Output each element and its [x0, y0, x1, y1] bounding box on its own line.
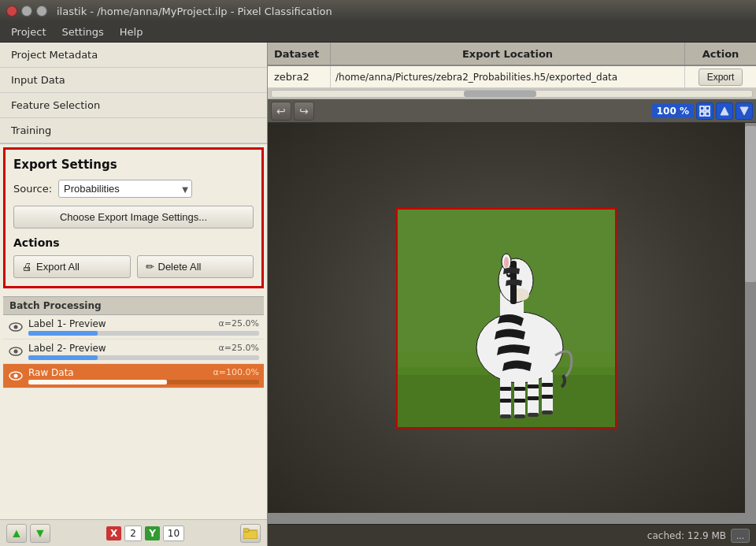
- svg-rect-37: [542, 395, 553, 399]
- actions-row: 🖨 Export All ✏ Delete All: [13, 255, 254, 278]
- zoom-level: 100 %: [652, 104, 694, 118]
- svg-rect-34: [528, 384, 539, 388]
- left-panel: Project Metadata Input Data Feature Sele…: [0, 43, 268, 546]
- svg-point-5: [14, 374, 18, 378]
- layer-name: Raw Data: [28, 367, 74, 378]
- source-row: Source: Probabilities Simple Segmentatio…: [13, 180, 254, 198]
- svg-rect-35: [528, 396, 539, 400]
- window-title: ilastik - /home/anna/MyProject.ilp - Pix…: [57, 6, 332, 17]
- svg-rect-27: [514, 375, 525, 418]
- layer-alpha: α=25.0%: [219, 318, 259, 329]
- coord-y-value: 10: [163, 526, 184, 541]
- layer-bar-fill: [28, 331, 98, 336]
- export-settings-panel: Export Settings Source: Probabilities Si…: [3, 147, 264, 288]
- svg-rect-29: [542, 371, 553, 414]
- layer-bar-bg: [28, 355, 259, 360]
- chevron-down-icon: [739, 106, 750, 117]
- export-all-label: Export All: [36, 261, 80, 273]
- move-down-button[interactable]: ▼: [30, 524, 50, 543]
- maximize-button[interactable]: [36, 6, 47, 17]
- svg-rect-40: [528, 413, 539, 417]
- svg-rect-32: [514, 387, 525, 391]
- layer-name: Label 2- Preview: [28, 343, 106, 354]
- coord-y-label: Y: [145, 526, 160, 540]
- actions-section-title: Actions: [13, 236, 254, 249]
- zoom-fit-button[interactable]: [696, 102, 713, 120]
- move-up-button[interactable]: ▲: [6, 524, 27, 543]
- svg-marker-13: [740, 107, 748, 115]
- sidebar-item-input-data[interactable]: Input Data: [0, 68, 267, 93]
- redo-button[interactable]: ↪: [294, 102, 314, 121]
- source-select-wrapper: Probabilities Simple Segmentation Uncert…: [58, 180, 192, 198]
- right-panel: Dataset Export Location Action zebra2 /h…: [268, 43, 756, 546]
- reset-view-icon: [719, 106, 730, 117]
- cell-location: /home/anna/Pictures/zebra2_Probabilities…: [331, 66, 685, 87]
- sidebar-item-feature-selection[interactable]: Feature Selection: [0, 93, 267, 118]
- zoom-fit-icon: [699, 106, 710, 117]
- svg-rect-36: [542, 383, 553, 387]
- main-layout: Project Metadata Input Data Feature Sele…: [0, 43, 756, 546]
- table-row: zebra2 /home/anna/Pictures/zebra2_Probab…: [268, 66, 756, 88]
- menu-help[interactable]: Help: [112, 24, 151, 40]
- svg-point-1: [14, 325, 18, 329]
- h-scrollbar-track[interactable]: [271, 90, 753, 98]
- image-with-scroll: [268, 123, 756, 513]
- coord-x-value: 2: [124, 526, 142, 541]
- v-scrollbar[interactable]: [745, 123, 756, 513]
- export-all-icon: 🖨: [22, 261, 32, 273]
- h-scrollbar[interactable]: [268, 88, 756, 99]
- nav-list: Project Metadata Input Data Feature Sele…: [0, 43, 267, 144]
- col-header-action: Action: [685, 43, 756, 65]
- eye-icon[interactable]: [8, 321, 24, 333]
- settings-view-button[interactable]: [736, 102, 753, 120]
- layer-name: Label 1- Preview: [28, 318, 106, 329]
- close-button[interactable]: [6, 6, 17, 17]
- svg-rect-10: [700, 112, 704, 116]
- svg-rect-7: [243, 529, 249, 532]
- svg-rect-26: [500, 375, 511, 418]
- svg-rect-9: [706, 106, 710, 110]
- sidebar-item-project-metadata[interactable]: Project Metadata: [0, 43, 267, 68]
- batch-processing-section: Batch Processing Label 1- Preview α=25.0…: [0, 292, 267, 519]
- delete-all-label: Delete All: [158, 261, 202, 273]
- cell-dataset: zebra2: [268, 66, 331, 87]
- cell-action: Export: [685, 66, 756, 87]
- eye-icon[interactable]: [8, 370, 24, 382]
- export-all-button[interactable]: 🖨 Export All: [13, 255, 131, 278]
- status-dots-button[interactable]: ...: [731, 529, 750, 543]
- sidebar-item-training[interactable]: Training: [0, 118, 267, 143]
- zebra-svg: [398, 210, 617, 429]
- h-bottom-scrollbar[interactable]: [268, 513, 756, 524]
- h-scrollbar-thumb[interactable]: [464, 91, 536, 97]
- status-bar: cached: 12.9 MB ...: [268, 524, 756, 546]
- minimize-button[interactable]: [21, 6, 32, 17]
- svg-rect-8: [700, 106, 704, 110]
- zebra-image: [396, 208, 617, 429]
- choose-export-settings-button[interactable]: Choose Export Image Settings...: [13, 206, 254, 228]
- row-export-button[interactable]: Export: [699, 69, 743, 86]
- layer-info: Label 2- Preview α=25.0%: [28, 343, 259, 360]
- list-item: Label 1- Preview α=25.0%: [3, 315, 264, 340]
- coord-bar: X 2 Y 10: [106, 526, 184, 541]
- undo-button[interactable]: ↩: [271, 102, 291, 121]
- svg-rect-30: [500, 387, 511, 391]
- menu-settings[interactable]: Settings: [54, 24, 111, 40]
- menu-project[interactable]: Project: [3, 24, 54, 40]
- svg-point-3: [14, 350, 18, 354]
- image-view[interactable]: [268, 123, 745, 513]
- delete-all-button[interactable]: ✏ Delete All: [137, 255, 254, 278]
- layer-info: Raw Data α=100.0%: [28, 367, 259, 384]
- layer-info: Label 1- Preview α=25.0%: [28, 318, 259, 336]
- folder-icon: [243, 528, 258, 539]
- svg-rect-41: [542, 410, 553, 414]
- batch-processing-title: Batch Processing: [3, 296, 264, 315]
- cached-status: cached: 12.9 MB: [647, 530, 726, 541]
- source-select[interactable]: Probabilities Simple Segmentation Uncert…: [58, 180, 192, 198]
- layer-bar-fill: [28, 380, 167, 384]
- eye-icon[interactable]: [8, 345, 24, 358]
- svg-rect-33: [514, 399, 525, 403]
- reset-view-button[interactable]: [716, 102, 733, 120]
- list-item: Label 2- Preview α=25.0%: [3, 340, 264, 364]
- titlebar: ilastik - /home/anna/MyProject.ilp - Pix…: [0, 0, 756, 22]
- folder-button[interactable]: [240, 524, 261, 543]
